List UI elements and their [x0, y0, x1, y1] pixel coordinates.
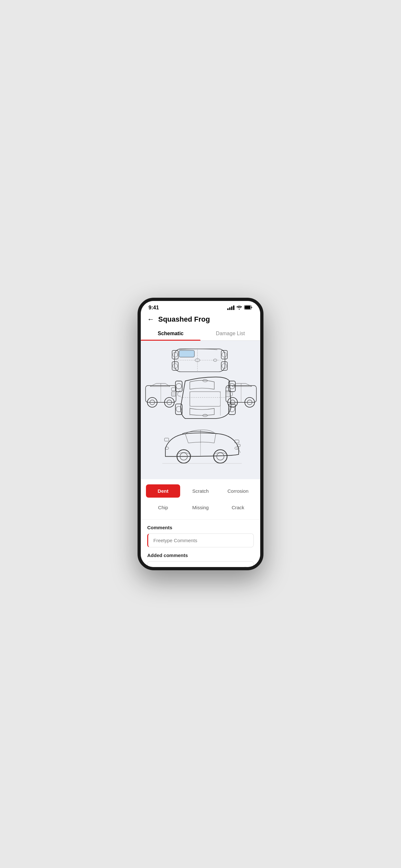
schematic-area[interactable] — [141, 341, 260, 479]
comments-label: Comments — [147, 525, 254, 530]
signal-icon — [227, 306, 235, 310]
damage-btn-chip[interactable]: Chip — [146, 501, 180, 514]
svg-point-8 — [222, 352, 227, 357]
damage-selector: Dent Scratch Corrosion Chip Missing Crac… — [141, 479, 260, 520]
damage-btn-missing[interactable]: Missing — [183, 501, 218, 514]
svg-rect-5 — [172, 362, 178, 370]
tabs-bar: Schematic Damage List — [141, 327, 260, 341]
svg-rect-50 — [226, 392, 230, 396]
added-comments-label: Added comments — [147, 553, 254, 558]
svg-point-10 — [222, 364, 227, 368]
page-title: Squashed Frog — [158, 315, 210, 323]
tab-damage-list[interactable]: Damage List — [201, 327, 260, 340]
svg-rect-57 — [164, 438, 168, 441]
svg-rect-3 — [172, 350, 178, 359]
svg-rect-6 — [221, 362, 227, 370]
svg-point-7 — [173, 352, 178, 357]
status-bar: 9:41 — [141, 301, 260, 312]
svg-rect-38 — [228, 404, 235, 414]
svg-rect-24 — [172, 392, 176, 396]
battery-icon — [244, 305, 252, 311]
svg-point-60 — [214, 450, 227, 463]
added-comments-section: Added comments Scratch on Near Side Driv… — [141, 553, 260, 567]
svg-point-61 — [217, 453, 224, 460]
svg-rect-32 — [175, 381, 182, 392]
delete-comment-1-icon[interactable] — [242, 566, 249, 567]
wifi-icon — [236, 305, 242, 311]
status-icons — [227, 305, 252, 311]
damage-btn-dent[interactable]: Dent — [146, 485, 180, 498]
damage-type-grid: Dent Scratch Corrosion Chip Missing Crac… — [146, 485, 255, 514]
back-button[interactable]: ← — [147, 315, 154, 323]
damage-btn-scratch[interactable]: Scratch — [183, 485, 218, 498]
svg-point-33 — [176, 383, 181, 389]
car-schematic-svg[interactable] — [144, 346, 257, 474]
damage-btn-crack[interactable]: Crack — [221, 501, 255, 514]
tab-schematic[interactable]: Schematic — [141, 327, 201, 340]
svg-point-9 — [173, 364, 178, 368]
svg-rect-4 — [221, 350, 227, 359]
svg-rect-28 — [190, 392, 220, 406]
comment-item-1: Scratch on Near Side Driver Door Panel — [147, 561, 254, 567]
svg-rect-23 — [172, 388, 176, 391]
damage-btn-corrosion[interactable]: Corrosion — [221, 485, 255, 498]
svg-rect-11 — [179, 350, 194, 357]
svg-rect-1 — [245, 306, 251, 309]
status-time: 9:41 — [149, 305, 159, 311]
header: ← Squashed Frog — [141, 312, 260, 327]
comment-input[interactable] — [147, 533, 254, 547]
comments-section: Comments — [141, 520, 260, 553]
